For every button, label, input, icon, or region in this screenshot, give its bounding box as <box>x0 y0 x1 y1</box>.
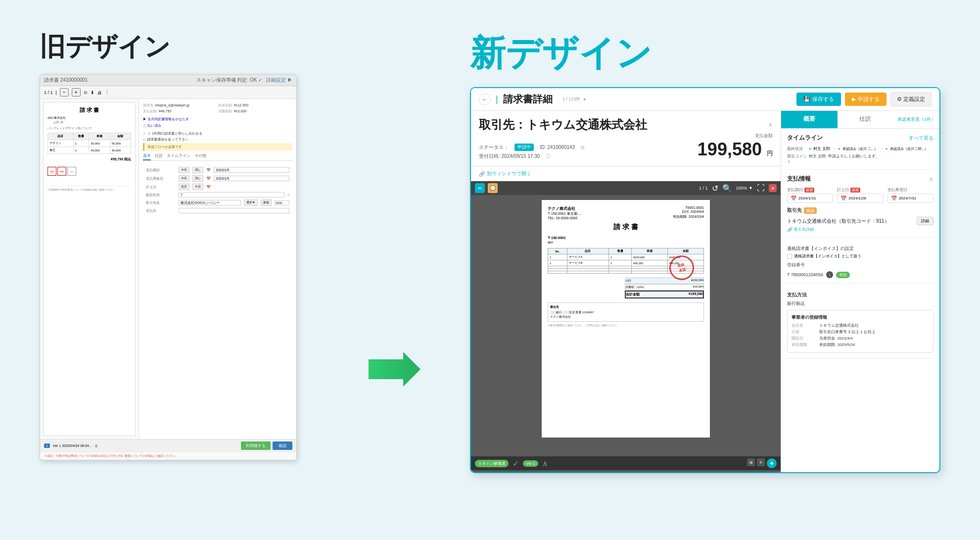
company-name: 取引先：トキウム交通株式会社 <box>479 117 647 133</box>
svg-marker-0 <box>369 352 420 387</box>
account-input[interactable] <box>179 192 284 197</box>
pdf-totals: 小計 ¥200,586 消費税（10%） ¥19,994 <box>548 278 704 298</box>
pdf-rotate-icon[interactable]: ↺ <box>712 184 718 193</box>
tab-basic[interactable]: 基本 <box>143 153 151 160</box>
save-button[interactable]: 💾 保存する <box>796 93 841 106</box>
old-bottom-warning: ※認証・引数や特記事項についての詳細は5日以上5件と別に書類についての詳細はご確… <box>40 452 296 460</box>
old-design-section: 旧デザイン 請求書 2410000001 スキャン保存準備 判定: OK ✓ 詳… <box>40 30 317 510</box>
pdf-grid-icon[interactable]: ⊞ <box>747 458 755 466</box>
payment-chevron-icon[interactable]: ∧ <box>929 176 933 183</box>
closing-date-value[interactable]: 📅 2024/1/26 <box>837 194 883 203</box>
stamp2: 確認 <box>57 167 66 176</box>
payment-overdue-badge: 超過 <box>804 188 814 193</box>
tab-journal[interactable]: 仕訳 <box>155 153 163 160</box>
btn-today2[interactable]: 今日 <box>179 175 189 182</box>
old-warning: 承認フローが必要です <box>143 143 292 151</box>
form-row-calc-date: 計上日 先月 今月 📅 <box>146 184 289 190</box>
old-settings-link[interactable]: 詳細設定 ▶ <box>266 77 292 84</box>
open-link[interactable]: 🔗 別ウィンドウで開く <box>471 166 781 181</box>
closing-date-input[interactable] <box>214 176 289 181</box>
old-toolbar: 1 / 1 | − + ⊙ ⬇ 🖨 ⋮ <box>40 86 296 99</box>
timeline-section: タイムライン すべて見る 最終状況 ● 村主 太郎 → ● 承認済み（佐川 二.… <box>781 129 939 170</box>
tab-overview[interactable]: 概要 <box>781 111 838 128</box>
chevron-down-icon[interactable]: ▼ <box>582 97 587 102</box>
payment-to-input[interactable] <box>179 208 289 213</box>
page-counter: 1 / 123件 <box>562 96 581 102</box>
status-row: ステータス： 申請中 ID: 2410000143 ⧉ <box>479 144 584 151</box>
amount-unit: 円 <box>767 150 773 157</box>
pdf-add-button[interactable]: + <box>767 458 777 468</box>
old-approval-stamps: 承認 確認 担当 <box>47 167 131 176</box>
comment-row: 最近コメント 村主 太郎: 申請よろしくお願いします。 <box>787 153 933 164</box>
btn-today1[interactable]: 今日 <box>179 167 189 173</box>
timeline-person-icon: ● <box>809 147 811 151</box>
old-more-icon[interactable]: ⋮ <box>105 90 109 95</box>
old-download-icon[interactable]: ⬇ <box>91 90 94 95</box>
old-form: 支払期日 今日 消し 📅 支払用途日 今日 消し 📅 <box>143 164 292 218</box>
comment-label: 最近コメント <box>787 153 807 164</box>
vendor-row: トキウム交通株式会社（取引先コード：911） 詳細 <box>787 217 933 225</box>
old-ref-link2[interactable]: △ 払い済み <box>143 123 292 128</box>
timeline-step-icon2: ● <box>886 147 888 151</box>
reg-label: 登録番号 <box>787 262 805 268</box>
info-icon[interactable]: ⓘ <box>546 153 551 160</box>
timeline-step-icon1: ● <box>838 147 840 151</box>
old-btn-minus[interactable]: − <box>60 88 69 97</box>
pdf-viewer: ✏ 💬 1 / 1 ↺ 🔍 100% ▼ ⛶ <box>471 181 781 472</box>
old-confirm-btn[interactable]: 確認 <box>273 442 292 450</box>
copy-icon[interactable]: ⧉ <box>581 145 584 150</box>
back-button[interactable]: ← <box>479 94 491 105</box>
pdf-maximize-icon[interactable]: ⛶ <box>757 184 765 193</box>
calendar-icon2: 📅 <box>840 196 846 201</box>
bank-info-popup: 事業者の登録情報 会社名 トキウム交通株式会社 口座 取引先口座番号 3 以上 … <box>787 310 933 353</box>
old-footer-info: 1 Ver 1 2023/04/24 09:34... 🗑 <box>44 444 98 447</box>
vendor-code-input[interactable] <box>275 200 289 205</box>
old-ui-frame: 請求書 2410000001 スキャン保存準備 判定: OK ✓ 詳細設定 ▶ … <box>40 74 297 460</box>
old-check1: ✓ ✓ 1年間の請求書と照らし合わせる <box>143 131 292 136</box>
date-label: 受付日時: 2024/09/15 17:30 <box>479 153 540 160</box>
old-print-icon[interactable]: 🖨 <box>97 90 102 95</box>
btn-today3[interactable]: 先月 <box>179 184 189 190</box>
old-apply-btn[interactable]: 利用確する <box>241 442 271 450</box>
payment-date-value[interactable]: 📅 2024/1/31 <box>787 194 833 203</box>
pdf-close-icon[interactable]: ✕ <box>769 184 777 192</box>
invoice-preview: 請 求 書 ARC株式会社 山田 様 バンブレットデザイン等について 品目 数量 <box>43 102 136 436</box>
timeline-step1: 承認済み（佐川 二...） <box>842 147 878 151</box>
discussion-link[interactable]: 承認者意見（1件） <box>893 111 939 128</box>
vendor-name-input[interactable] <box>179 200 241 205</box>
btn-add[interactable]: 新規 <box>261 199 272 206</box>
desired-date-value[interactable]: 📅 2024/7/31 <box>887 194 933 203</box>
btn-clear2[interactable]: 消し <box>192 175 203 182</box>
pdf-list-icon[interactable]: ≡ <box>757 458 765 466</box>
old-separator: | <box>56 90 57 95</box>
btn-today3b[interactable]: 今月 <box>192 184 203 190</box>
pdf-annotate-icon[interactable]: ✏ <box>475 183 485 193</box>
pdf-comment-icon[interactable]: 💬 <box>488 183 498 193</box>
btn-select[interactable]: 選択▼ <box>244 199 258 206</box>
btn-clear1[interactable]: 消し <box>192 167 203 173</box>
timeline-link[interactable]: すべて見る <box>909 135 933 142</box>
invoice-checkbox[interactable] <box>787 254 792 259</box>
th-item: 品目 <box>48 133 74 140</box>
tab-other[interactable]: その他 <box>194 153 206 160</box>
old-invoice-panel: 請 求 書 ARC株式会社 山田 様 バンブレットデザイン等について 品目 数量 <box>40 99 139 439</box>
pdf-ver-chevron[interactable]: ∧ <box>542 459 548 468</box>
chevron-up-icon[interactable]: ∧ <box>768 121 773 128</box>
tab-journal[interactable]: 仕訳 <box>838 111 894 128</box>
vendor-detail-link[interactable]: 🔗 取引先詳細 <box>787 227 933 232</box>
vendor-detail-button[interactable]: 詳細 <box>917 217 933 225</box>
pdf-zoom-icon[interactable]: 🔍 <box>722 184 732 193</box>
status-section: ステータス： 申請中 ID: 2410000143 ⧉ 受付日時: 2024/0… <box>479 142 584 160</box>
tab-timeline[interactable]: タイムライン <box>167 153 190 160</box>
settings-button[interactable]: ⚙ 定義設定 <box>890 92 932 106</box>
amount-label: 支払金額 <box>698 133 773 139</box>
header-separator-icon: | <box>496 94 498 104</box>
pdf-footer-left: スキャン解像度 ✓ Ver 1 ∧ <box>475 459 548 468</box>
old-btn-plus[interactable]: + <box>72 88 81 97</box>
reg-info-icon[interactable]: i <box>826 271 833 278</box>
pdf-toolbar-left: ✏ 💬 <box>475 183 502 193</box>
payment-date-input[interactable] <box>214 167 289 173</box>
old-ref-link[interactable]: ▶ 当月内訳書情報をかなたす <box>143 117 292 122</box>
old-footer-actions: 利用確する 確認 <box>241 442 292 450</box>
submit-button[interactable]: ▶ 申請する <box>845 93 887 106</box>
